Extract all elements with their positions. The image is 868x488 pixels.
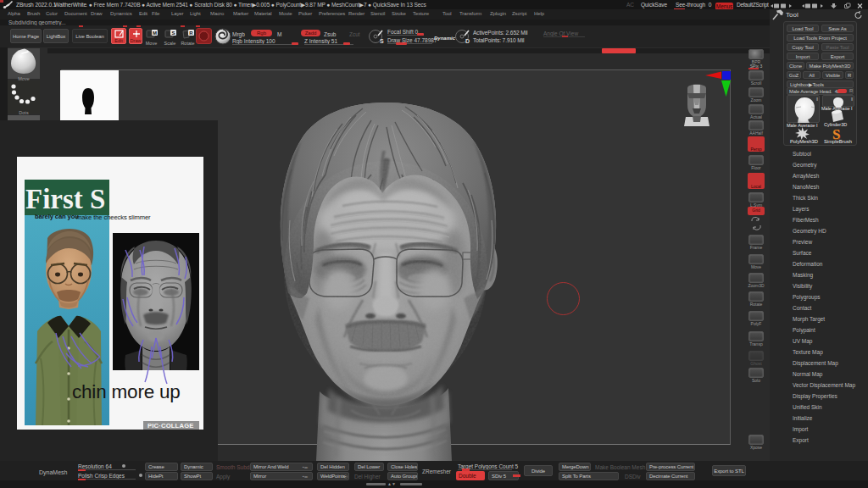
svg-text:First S: First S (25, 184, 105, 214)
svg-text:PIC·COLLAGE: PIC·COLLAGE (147, 422, 194, 430)
svg-text:make the cheecks slimmer: make the cheecks slimmer (76, 214, 151, 221)
svg-text:M: M (153, 30, 157, 36)
svg-text:R: R (189, 30, 193, 36)
svg-text:S: S (380, 38, 384, 44)
svg-text:S: S (171, 30, 175, 36)
svg-text:barely can you: barely can you (35, 213, 79, 220)
svg-text:chin more up: chin more up (72, 381, 181, 402)
svg-text:D: D (465, 38, 470, 44)
